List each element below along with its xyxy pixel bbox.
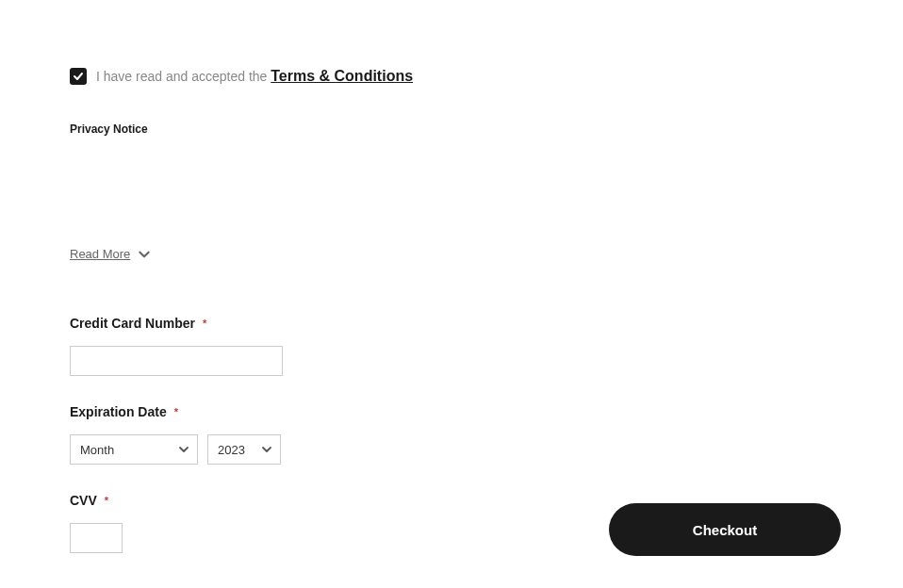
checkout-button[interactable]: Checkout [609, 503, 841, 556]
required-indicator: * [174, 406, 178, 417]
cc-label: Credit Card Number * [70, 316, 833, 331]
cvv-label-text: CVV [70, 493, 97, 508]
chevron-down-icon [261, 444, 272, 455]
read-more-toggle[interactable]: Read More [70, 247, 151, 261]
terms-prefix-text: I have read and accepted the [96, 69, 271, 84]
cvv-input[interactable] [70, 523, 123, 553]
required-indicator: * [203, 318, 206, 329]
privacy-notice-heading: Privacy Notice [70, 122, 833, 136]
expiration-label: Expiration Date * [70, 404, 833, 419]
terms-row: I have read and accepted the Terms & Con… [70, 68, 833, 85]
checkmark-icon [73, 71, 84, 82]
expiration-label-text: Expiration Date [70, 404, 167, 419]
expiration-field-group: Expiration Date * Month 2023 [70, 404, 833, 465]
month-select[interactable]: Month [70, 434, 198, 465]
cc-label-text: Credit Card Number [70, 316, 195, 331]
required-indicator: * [105, 495, 108, 506]
year-value: 2023 [218, 443, 245, 457]
expiration-select-row: Month 2023 [70, 434, 833, 465]
cc-field-group: Credit Card Number * [70, 316, 833, 376]
year-select[interactable]: 2023 [207, 434, 281, 465]
terms-conditions-link[interactable]: Terms & Conditions [271, 68, 413, 84]
read-more-label: Read More [70, 247, 130, 261]
terms-text-container: I have read and accepted the Terms & Con… [96, 68, 413, 85]
terms-checkbox[interactable] [70, 68, 87, 85]
credit-card-input[interactable] [70, 346, 283, 376]
month-value: Month [80, 443, 114, 457]
chevron-down-icon [138, 248, 151, 261]
chevron-down-icon [178, 444, 189, 455]
